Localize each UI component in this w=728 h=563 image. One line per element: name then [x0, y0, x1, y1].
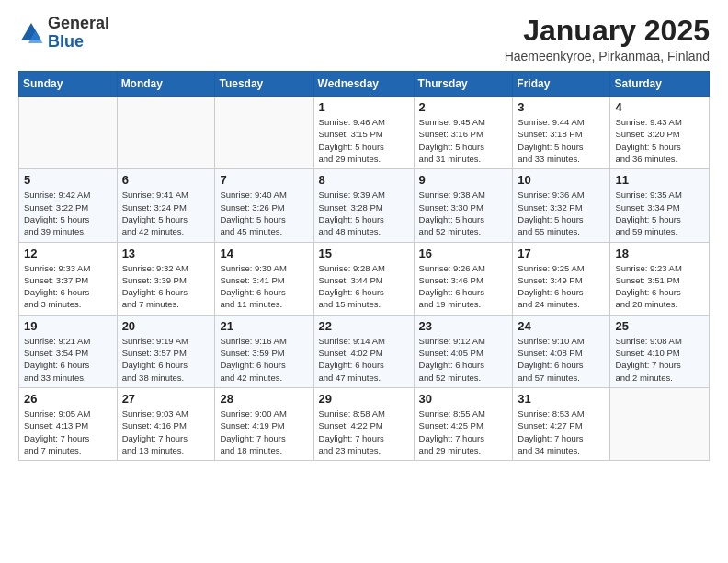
day-info: Sunrise: 9:43 AMSunset: 3:20 PMDaylight:…	[615, 116, 704, 165]
day-number: 18	[615, 247, 704, 260]
calendar-cell: 17Sunrise: 9:25 AMSunset: 3:49 PMDayligh…	[513, 242, 610, 315]
day-number: 16	[419, 247, 508, 260]
day-number: 11	[615, 173, 704, 187]
day-number: 21	[220, 319, 308, 333]
calendar-cell: 1Sunrise: 9:46 AMSunset: 3:15 PMDaylight…	[313, 97, 414, 169]
calendar-body: 1Sunrise: 9:46 AMSunset: 3:15 PMDaylight…	[19, 97, 710, 461]
day-number: 25	[615, 319, 704, 333]
day-info: Sunrise: 9:44 AMSunset: 3:18 PMDaylight:…	[518, 116, 605, 165]
header: General Blue January 2025 Haemeenkyroe, …	[18, 15, 710, 63]
day-number: 3	[518, 100, 605, 114]
calendar-cell: 11Sunrise: 9:35 AMSunset: 3:34 PMDayligh…	[610, 169, 710, 242]
calendar-cell: 30Sunrise: 8:55 AMSunset: 4:25 PMDayligh…	[414, 387, 513, 460]
day-info: Sunrise: 9:45 AMSunset: 3:16 PMDaylight:…	[419, 116, 508, 165]
day-info: Sunrise: 9:00 AMSunset: 4:19 PMDaylight:…	[220, 408, 308, 456]
day-info: Sunrise: 9:21 AMSunset: 3:54 PMDaylight:…	[24, 335, 112, 384]
weekday-header-row: Sunday Monday Tuesday Wednesday Thursday…	[19, 72, 710, 97]
day-info: Sunrise: 9:39 AMSunset: 3:28 PMDaylight:…	[319, 189, 409, 237]
day-number: 9	[419, 173, 508, 187]
header-wednesday: Wednesday	[313, 72, 414, 97]
day-number: 2	[419, 100, 508, 114]
day-info: Sunrise: 9:14 AMSunset: 4:02 PMDaylight:…	[319, 335, 409, 384]
day-info: Sunrise: 9:36 AMSunset: 3:32 PMDaylight:…	[518, 189, 605, 237]
day-info: Sunrise: 8:58 AMSunset: 4:22 PMDaylight:…	[319, 408, 409, 456]
calendar-cell: 3Sunrise: 9:44 AMSunset: 3:18 PMDaylight…	[513, 97, 610, 169]
calendar-cell: 28Sunrise: 9:00 AMSunset: 4:19 PMDayligh…	[215, 387, 313, 460]
day-number: 23	[419, 319, 508, 333]
calendar-cell: 6Sunrise: 9:41 AMSunset: 3:24 PMDaylight…	[117, 169, 215, 242]
location-subtitle: Haemeenkyroe, Pirkanmaa, Finland	[505, 49, 710, 63]
day-info: Sunrise: 9:23 AMSunset: 3:51 PMDaylight:…	[615, 262, 704, 311]
day-number: 12	[24, 247, 112, 260]
calendar-cell: 31Sunrise: 8:53 AMSunset: 4:27 PMDayligh…	[513, 387, 610, 460]
header-saturday: Saturday	[610, 72, 710, 97]
day-number: 13	[122, 247, 210, 260]
calendar-cell: 27Sunrise: 9:03 AMSunset: 4:16 PMDayligh…	[117, 387, 215, 460]
day-info: Sunrise: 9:08 AMSunset: 4:10 PMDaylight:…	[615, 335, 704, 384]
calendar-cell: 10Sunrise: 9:36 AMSunset: 3:32 PMDayligh…	[513, 169, 610, 242]
calendar-cell: 19Sunrise: 9:21 AMSunset: 3:54 PMDayligh…	[19, 315, 118, 387]
week-row-5: 26Sunrise: 9:05 AMSunset: 4:13 PMDayligh…	[19, 387, 710, 460]
day-info: Sunrise: 9:12 AMSunset: 4:05 PMDaylight:…	[419, 335, 508, 384]
logo-text: General Blue	[48, 15, 109, 52]
day-number: 17	[518, 247, 605, 260]
calendar-cell: 4Sunrise: 9:43 AMSunset: 3:20 PMDaylight…	[610, 97, 710, 169]
calendar-table: Sunday Monday Tuesday Wednesday Thursday…	[18, 71, 710, 461]
day-info: Sunrise: 9:19 AMSunset: 3:57 PMDaylight:…	[122, 335, 210, 384]
week-row-3: 12Sunrise: 9:33 AMSunset: 3:37 PMDayligh…	[19, 242, 710, 315]
header-thursday: Thursday	[414, 72, 513, 97]
day-info: Sunrise: 9:25 AMSunset: 3:49 PMDaylight:…	[518, 262, 605, 311]
calendar-cell	[215, 97, 313, 169]
calendar-cell: 9Sunrise: 9:38 AMSunset: 3:30 PMDaylight…	[414, 169, 513, 242]
calendar-cell: 15Sunrise: 9:28 AMSunset: 3:44 PMDayligh…	[313, 242, 414, 315]
day-info: Sunrise: 9:46 AMSunset: 3:15 PMDaylight:…	[319, 116, 409, 165]
calendar-cell: 5Sunrise: 9:42 AMSunset: 3:22 PMDaylight…	[19, 169, 118, 242]
day-info: Sunrise: 8:53 AMSunset: 4:27 PMDaylight:…	[518, 408, 605, 456]
day-number: 24	[518, 319, 605, 333]
calendar-cell: 20Sunrise: 9:19 AMSunset: 3:57 PMDayligh…	[117, 315, 215, 387]
header-friday: Friday	[513, 72, 610, 97]
day-info: Sunrise: 9:28 AMSunset: 3:44 PMDaylight:…	[319, 262, 409, 311]
day-number: 5	[24, 173, 112, 187]
day-info: Sunrise: 9:30 AMSunset: 3:41 PMDaylight:…	[220, 262, 308, 311]
logo: General Blue	[18, 15, 109, 52]
calendar-cell: 25Sunrise: 9:08 AMSunset: 4:10 PMDayligh…	[610, 315, 710, 387]
calendar-cell: 24Sunrise: 9:10 AMSunset: 4:08 PMDayligh…	[513, 315, 610, 387]
day-info: Sunrise: 8:55 AMSunset: 4:25 PMDaylight:…	[419, 408, 508, 456]
logo-icon	[18, 20, 44, 46]
logo-general-text: General	[48, 14, 109, 32]
day-info: Sunrise: 9:16 AMSunset: 3:59 PMDaylight:…	[220, 335, 308, 384]
calendar-cell: 8Sunrise: 9:39 AMSunset: 3:28 PMDaylight…	[313, 169, 414, 242]
week-row-4: 19Sunrise: 9:21 AMSunset: 3:54 PMDayligh…	[19, 315, 710, 387]
day-info: Sunrise: 9:38 AMSunset: 3:30 PMDaylight:…	[419, 189, 508, 237]
day-info: Sunrise: 9:41 AMSunset: 3:24 PMDaylight:…	[122, 189, 210, 237]
day-number: 4	[615, 100, 704, 114]
calendar-cell: 21Sunrise: 9:16 AMSunset: 3:59 PMDayligh…	[215, 315, 313, 387]
header-sunday: Sunday	[19, 72, 118, 97]
day-number: 30	[419, 392, 508, 406]
day-number: 28	[220, 392, 308, 406]
calendar-cell: 22Sunrise: 9:14 AMSunset: 4:02 PMDayligh…	[313, 315, 414, 387]
calendar-cell: 13Sunrise: 9:32 AMSunset: 3:39 PMDayligh…	[117, 242, 215, 315]
day-number: 6	[122, 173, 210, 187]
day-number: 7	[220, 173, 308, 187]
calendar-cell	[610, 387, 710, 460]
day-info: Sunrise: 9:35 AMSunset: 3:34 PMDaylight:…	[615, 189, 704, 237]
day-info: Sunrise: 9:05 AMSunset: 4:13 PMDaylight:…	[24, 408, 112, 456]
day-info: Sunrise: 9:10 AMSunset: 4:08 PMDaylight:…	[518, 335, 605, 384]
day-info: Sunrise: 9:32 AMSunset: 3:39 PMDaylight:…	[122, 262, 210, 311]
logo-blue-text: Blue	[48, 32, 84, 51]
calendar-cell: 7Sunrise: 9:40 AMSunset: 3:26 PMDaylight…	[215, 169, 313, 242]
header-monday: Monday	[117, 72, 215, 97]
day-number: 14	[220, 247, 308, 260]
page: General Blue January 2025 Haemeenkyroe, …	[0, 0, 728, 476]
day-number: 31	[518, 392, 605, 406]
calendar-cell: 12Sunrise: 9:33 AMSunset: 3:37 PMDayligh…	[19, 242, 118, 315]
calendar-cell: 23Sunrise: 9:12 AMSunset: 4:05 PMDayligh…	[414, 315, 513, 387]
day-info: Sunrise: 9:26 AMSunset: 3:46 PMDaylight:…	[419, 262, 508, 311]
week-row-2: 5Sunrise: 9:42 AMSunset: 3:22 PMDaylight…	[19, 169, 710, 242]
day-number: 26	[24, 392, 112, 406]
week-row-1: 1Sunrise: 9:46 AMSunset: 3:15 PMDaylight…	[19, 97, 710, 169]
day-number: 15	[319, 247, 409, 260]
day-info: Sunrise: 9:42 AMSunset: 3:22 PMDaylight:…	[24, 189, 112, 237]
